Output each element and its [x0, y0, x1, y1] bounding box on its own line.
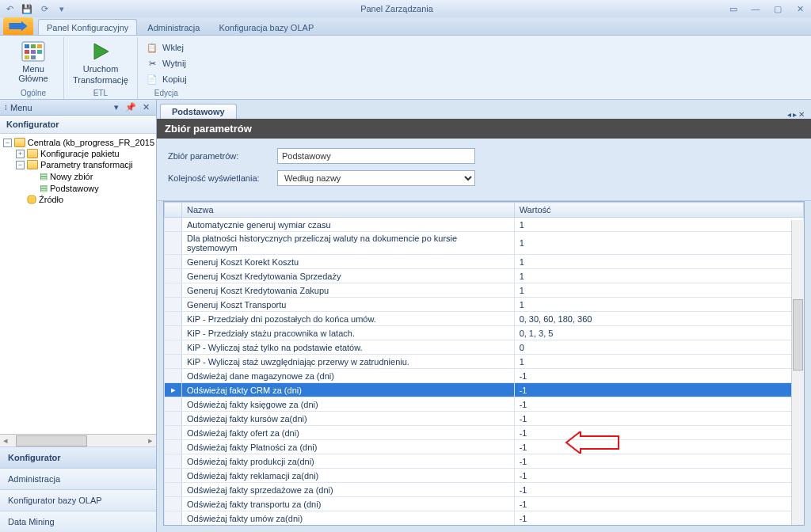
- cell-nazwa[interactable]: Odświeżaj fakty transportu za (dni): [182, 497, 515, 511]
- cell-nazwa[interactable]: KiP - Przedziały stażu pracownika w lata…: [182, 326, 515, 340]
- cell-nazwa[interactable]: Automatycznie generuj wymiar czasu: [182, 218, 515, 232]
- paste-button[interactable]: 📋 Wklej: [143, 40, 190, 55]
- cell-nazwa[interactable]: Odświeżaj fakty produkcji za(dni): [182, 454, 515, 469]
- ribbon-tab-konfiguracyjny[interactable]: Panel Konfiguracyjny: [38, 19, 137, 35]
- nav-item-konfigurator[interactable]: Konfigurator: [0, 446, 156, 468]
- table-row[interactable]: KiP - Wyliczaj staż tylko na podstawie e…: [165, 340, 804, 355]
- table-row[interactable]: Odświeżaj fakty umów za(dni)-1: [165, 511, 804, 526]
- nav-item-administracja[interactable]: Administracja: [0, 468, 156, 489]
- table-row[interactable]: Odświeżaj dane magazynowe za (dni)-1: [165, 369, 804, 383]
- dropdown-icon[interactable]: ▾: [112, 102, 120, 112]
- ribbon-tab-olap[interactable]: Konfiguracja bazy OLAP: [210, 19, 322, 35]
- cell-wartosc[interactable]: -1: [514, 483, 803, 497]
- cell-wartosc[interactable]: -1: [514, 383, 803, 397]
- cell-nazwa[interactable]: Odświeżaj fakty Płatności za (dni): [182, 440, 515, 454]
- help-button[interactable]: ▭: [725, 2, 741, 15]
- cell-nazwa[interactable]: Odświeżaj fakty wizyt za (dni): [182, 526, 515, 526]
- table-row[interactable]: Odświeżaj fakty kursów za(dni)-1: [165, 412, 804, 426]
- application-menu-button[interactable]: [3, 17, 33, 35]
- cell-nazwa[interactable]: Odświeżaj fakty kursów za(dni): [182, 412, 515, 426]
- cell-wartosc[interactable]: -1: [514, 469, 803, 483]
- table-row[interactable]: Odświeżaj fakty Płatności za (dni)-1: [165, 440, 804, 454]
- minimize-button[interactable]: —: [748, 2, 763, 15]
- cell-wartosc[interactable]: 1: [514, 269, 803, 283]
- close-pane-icon[interactable]: ✕: [141, 102, 151, 112]
- collapse-icon[interactable]: −: [16, 161, 25, 169]
- cell-wartosc[interactable]: -1: [514, 511, 803, 526]
- cell-nazwa[interactable]: KiP - Przedziały dni pozostałych do końc…: [182, 312, 515, 326]
- cell-nazwa[interactable]: Dla płatności historycznych przeliczaj w…: [182, 232, 515, 255]
- cell-wartosc[interactable]: 1: [514, 232, 803, 255]
- cell-wartosc[interactable]: -1: [514, 369, 803, 383]
- tree-node-root[interactable]: − Centrala (kb_progress_FR_2015: [2, 137, 154, 148]
- pin-icon[interactable]: 📌: [124, 102, 138, 112]
- document-tab-podstawowy[interactable]: Podstawowy: [160, 104, 237, 119]
- table-row[interactable]: Dla płatności historycznych przeliczaj w…: [165, 232, 804, 255]
- table-row[interactable]: Odświeżaj fakty sprzedażowe za (dni)-1: [165, 483, 804, 497]
- table-row[interactable]: KiP - Wyliczaj staż uwzględniając przerw…: [165, 355, 804, 369]
- grid-vertical-scrollbar[interactable]: [791, 220, 804, 525]
- table-row[interactable]: Generuj Koszt Transportu1: [165, 298, 804, 312]
- table-row[interactable]: Generuj Koszt Kredytowania Zakupu1: [165, 283, 804, 298]
- table-row[interactable]: KiP - Przedziały dni pozostałych do końc…: [165, 312, 804, 326]
- cell-wartosc[interactable]: -1: [514, 440, 803, 454]
- nav-item-datamining[interactable]: Data Mining: [0, 511, 156, 532]
- cell-nazwa[interactable]: Odświeżaj fakty reklamacji za(dni): [182, 469, 515, 483]
- cell-nazwa[interactable]: Generuj Koszt Transportu: [182, 298, 515, 312]
- cell-nazwa[interactable]: Odświeżaj dane magazynowe za (dni): [182, 369, 515, 383]
- cell-wartosc[interactable]: -1: [514, 526, 803, 526]
- tree-node-zrodlo[interactable]: Źródło: [2, 194, 154, 205]
- table-row[interactable]: Odświeżaj fakty ofert za (dni)-1: [165, 426, 804, 440]
- cell-wartosc[interactable]: 1: [514, 218, 803, 232]
- tree-node-podstawowy[interactable]: ▤ Podstawowy: [2, 182, 154, 194]
- table-row[interactable]: Odświeżaj fakty księgowe za (dni)-1: [165, 397, 804, 412]
- cell-nazwa[interactable]: Generuj Koszt Kredytowania Sprzedaży: [182, 269, 515, 283]
- table-row[interactable]: Odświeżaj fakty wizyt za (dni)-1: [165, 526, 804, 526]
- table-row[interactable]: ▸Odświeżaj fakty CRM za (dni)-1: [165, 383, 804, 397]
- cell-nazwa[interactable]: Generuj Koszt Kredytowania Zakupu: [182, 283, 515, 298]
- table-row[interactable]: Odświeżaj fakty transportu za (dni)-1: [165, 497, 804, 511]
- parameters-grid[interactable]: Nazwa Wartość Automatycznie generuj wymi…: [163, 201, 805, 526]
- cell-wartosc[interactable]: -1: [514, 497, 803, 511]
- expand-icon[interactable]: +: [16, 150, 25, 158]
- cell-nazwa[interactable]: Odświeżaj fakty umów za(dni): [182, 511, 515, 526]
- cell-wartosc[interactable]: -1: [514, 412, 803, 426]
- cell-wartosc[interactable]: -1: [514, 454, 803, 469]
- table-row[interactable]: Odświeżaj fakty produkcji za(dni)-1: [165, 454, 804, 469]
- column-header-wartosc[interactable]: Wartość: [514, 203, 803, 218]
- cell-nazwa[interactable]: KiP - Wyliczaj staż uwzględniając przerw…: [182, 355, 515, 369]
- tree-node-nowy-zbior[interactable]: ▤ Nowy zbiór: [2, 170, 154, 182]
- cell-wartosc[interactable]: 1: [514, 283, 803, 298]
- nav-item-olap[interactable]: Konfigurator bazy OLAP: [0, 489, 156, 511]
- table-row[interactable]: Odświeżaj fakty reklamacji za(dni)-1: [165, 469, 804, 483]
- table-row[interactable]: Generuj Koszt Kredytowania Sprzedaży1: [165, 269, 804, 283]
- maximize-button[interactable]: ▢: [770, 2, 786, 15]
- table-row[interactable]: Automatycznie generuj wymiar czasu1: [165, 218, 804, 232]
- cell-nazwa[interactable]: KiP - Wyliczaj staż tylko na podstawie e…: [182, 340, 515, 355]
- cut-button[interactable]: ✂ Wytnij: [143, 56, 190, 70]
- select-kolejnosc[interactable]: Według nazwy: [277, 170, 475, 186]
- tab-next-icon[interactable]: ▸: [793, 110, 797, 119]
- cell-wartosc[interactable]: 1: [514, 355, 803, 369]
- tree-node-konfiguracje[interactable]: + Konfiguracje pakietu: [2, 148, 154, 159]
- tree-node-parametry[interactable]: − Parametry transformacji: [2, 159, 154, 170]
- tab-close-icon[interactable]: ✕: [798, 110, 805, 119]
- cell-nazwa[interactable]: Odświeżaj fakty CRM za (dni): [182, 383, 515, 397]
- table-row[interactable]: Generuj Koszt Korekt Kosztu1: [165, 255, 804, 269]
- table-row[interactable]: KiP - Przedziały stażu pracownika w lata…: [165, 326, 804, 340]
- ribbon-tab-administracja[interactable]: Administracja: [139, 19, 208, 35]
- main-menu-button[interactable]: Menu Główne: [8, 39, 59, 85]
- qat-save-icon[interactable]: 💾: [21, 2, 33, 15]
- cell-nazwa[interactable]: Generuj Koszt Korekt Kosztu: [182, 255, 515, 269]
- run-transformation-button[interactable]: Uruchom Transformację: [69, 39, 132, 86]
- cell-wartosc[interactable]: 0, 30, 60, 180, 360: [514, 312, 803, 326]
- cell-nazwa[interactable]: Odświeżaj fakty księgowe za (dni): [182, 397, 515, 412]
- input-zbior-parametrow[interactable]: [277, 148, 475, 164]
- qat-refresh-icon[interactable]: ⟳: [38, 2, 51, 15]
- close-button[interactable]: ✕: [792, 2, 808, 15]
- cell-nazwa[interactable]: Odświeżaj fakty sprzedażowe za (dni): [182, 483, 515, 497]
- cell-nazwa[interactable]: Odświeżaj fakty ofert za (dni): [182, 426, 515, 440]
- tab-prev-icon[interactable]: ◂: [787, 110, 791, 119]
- tree-horizontal-scrollbar[interactable]: ◂ ▸: [0, 434, 156, 446]
- cell-wartosc[interactable]: 1: [514, 298, 803, 312]
